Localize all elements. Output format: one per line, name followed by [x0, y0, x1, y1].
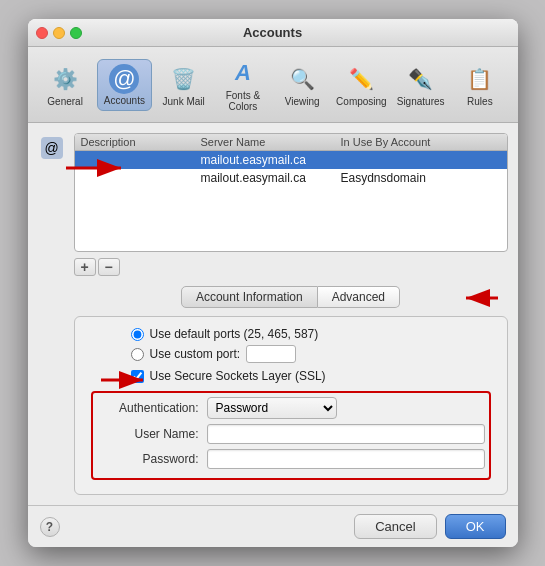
tabs: Account Information Advanced [74, 286, 508, 308]
traffic-lights [36, 27, 82, 39]
help-button[interactable]: ? [40, 517, 60, 537]
fontscolors-icon: A [227, 57, 259, 89]
tab-account-info[interactable]: Account Information [181, 286, 318, 308]
credentials-group: Authentication: Password User Name: Pass… [91, 391, 491, 480]
auth-select[interactable]: Password [207, 397, 337, 419]
accounts-window: Accounts ⚙️ General @ Accounts 🗑️ Junk M… [28, 19, 518, 547]
auth-label: Authentication: [97, 401, 207, 415]
col-description: Description [81, 136, 201, 148]
toolbar-general[interactable]: ⚙️ General [38, 59, 93, 111]
radio-default-label: Use default ports (25, 465, 587) [150, 327, 319, 341]
toolbar-fontscolors[interactable]: A Fonts & Colors [215, 53, 270, 116]
add-server-button[interactable]: + [74, 258, 96, 276]
tabs-wrapper: Account Information Advanced [74, 286, 508, 308]
composing-icon: ✏️ [345, 63, 377, 95]
bottom-bar: ? Cancel OK [28, 505, 518, 547]
password-input[interactable] [207, 449, 485, 469]
radio-custom-label: Use custom port: [150, 347, 241, 361]
right-panel: Description Server Name In Use By Accoun… [74, 133, 508, 495]
toolbar-rules[interactable]: 📋 Rules [452, 59, 507, 111]
tab-advanced[interactable]: Advanced [318, 286, 400, 308]
ports-radio-group: Use default ports (25, 465, 587) Use cus… [91, 327, 491, 363]
signatures-icon: ✒️ [405, 63, 437, 95]
toolbar: ⚙️ General @ Accounts 🗑️ Junk Mail A Fon… [28, 47, 518, 123]
table-header: Description Server Name In Use By Accoun… [75, 134, 507, 151]
ssl-checkbox-row: Use Secure Sockets Layer (SSL) [91, 369, 491, 383]
toolbar-accounts[interactable]: @ Accounts [97, 59, 152, 111]
sidebar: @ [38, 133, 66, 495]
maximize-button[interactable] [70, 27, 82, 39]
table-row[interactable]: mailout.easymail.ca Easydnsdomain [75, 169, 507, 187]
junkmail-icon: 🗑️ [168, 63, 200, 95]
row1-inuse [341, 153, 501, 167]
table-wrapper: Description Server Name In Use By Accoun… [74, 133, 508, 252]
action-buttons: Cancel OK [354, 514, 505, 539]
minimize-button[interactable] [53, 27, 65, 39]
username-row: User Name: [97, 424, 485, 444]
toolbar-composing[interactable]: ✏️ Composing [334, 59, 389, 111]
ok-button[interactable]: OK [445, 514, 506, 539]
row2-description [81, 171, 201, 185]
titlebar: Accounts [28, 19, 518, 47]
window-title: Accounts [243, 25, 302, 40]
servers-table: Description Server Name In Use By Accoun… [74, 133, 508, 252]
radio-default-ports[interactable] [131, 328, 144, 341]
sidebar-icon[interactable]: @ [41, 137, 63, 159]
viewing-icon: 🔍 [286, 63, 318, 95]
accounts-icon: @ [109, 64, 139, 94]
toolbar-junkmail[interactable]: 🗑️ Junk Mail [156, 59, 211, 111]
rules-icon: 📋 [464, 63, 496, 95]
custom-port-input[interactable] [246, 345, 296, 363]
main-content: @ Description Server Name In Use By Acco… [28, 123, 518, 505]
ssl-wrapper: Use Secure Sockets Layer (SSL) [91, 369, 491, 383]
col-inuse: In Use By Account [341, 136, 501, 148]
ssl-label: Use Secure Sockets Layer (SSL) [150, 369, 326, 383]
username-input[interactable] [207, 424, 485, 444]
radio-default-row: Use default ports (25, 465, 587) [91, 327, 491, 341]
username-label: User Name: [97, 427, 207, 441]
row1-server: mailout.easymail.ca [201, 153, 341, 167]
password-label: Password: [97, 452, 207, 466]
close-button[interactable] [36, 27, 48, 39]
table-row[interactable]: mailout.easymail.ca [75, 151, 507, 169]
toolbar-viewing[interactable]: 🔍 Viewing [275, 59, 330, 111]
cancel-button[interactable]: Cancel [354, 514, 436, 539]
table-controls: + − [74, 258, 508, 276]
auth-row: Authentication: Password [97, 397, 485, 419]
col-server: Server Name [201, 136, 341, 148]
toolbar-signatures[interactable]: ✒️ Signatures [393, 59, 448, 111]
remove-server-button[interactable]: − [98, 258, 120, 276]
advanced-form: Use default ports (25, 465, 587) Use cus… [74, 316, 508, 495]
radio-custom-port[interactable] [131, 348, 144, 361]
row2-inuse: Easydnsdomain [341, 171, 501, 185]
row1-description [81, 153, 201, 167]
password-row: Password: [97, 449, 485, 469]
radio-custom-row: Use custom port: [91, 345, 491, 363]
table-body: mailout.easymail.ca mailout.easymail.ca … [75, 151, 507, 251]
row2-server: mailout.easymail.ca [201, 171, 341, 185]
ssl-checkbox[interactable] [131, 370, 144, 383]
general-icon: ⚙️ [49, 63, 81, 95]
